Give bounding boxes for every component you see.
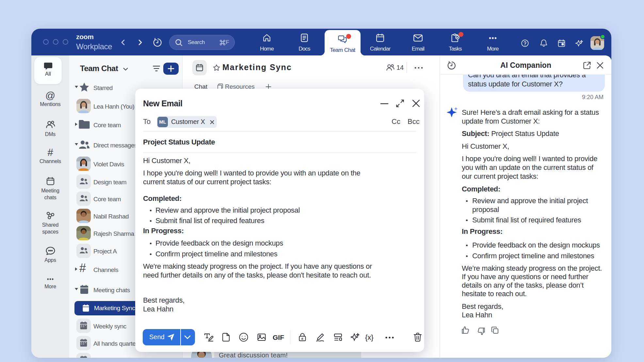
svg-text:E: E [301, 337, 303, 340]
